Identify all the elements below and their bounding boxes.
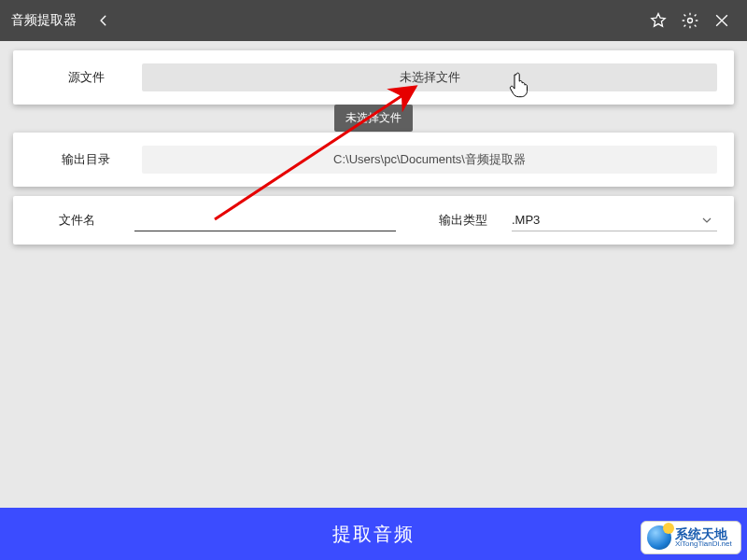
source-file-text: 未选择文件 <box>400 69 460 86</box>
back-button[interactable] <box>93 10 114 31</box>
extract-button-label: 提取音频 <box>332 522 415 547</box>
source-file-panel: 源文件 未选择文件 未选择文件 <box>13 50 734 105</box>
app-title: 音频提取器 <box>11 12 77 29</box>
filename-label: 文件名 <box>30 212 123 229</box>
filename-input[interactable] <box>134 209 396 231</box>
source-file-picker[interactable]: 未选择文件 <box>142 63 717 91</box>
output-dir-picker[interactable]: C:\Users\pc\Documents\音频提取器 <box>142 146 717 174</box>
settings-button[interactable] <box>676 7 704 35</box>
watermark-en: XiTongTianDi.net <box>675 540 732 548</box>
watermark-cn: 系统天地 <box>675 527 732 540</box>
output-type-select[interactable]: .MP3 <box>512 209 717 231</box>
close-button[interactable] <box>708 7 736 35</box>
extract-button[interactable]: 提取音频 <box>0 508 747 560</box>
source-file-label: 源文件 <box>30 69 142 86</box>
output-type-label: 输出类型 <box>426 212 500 229</box>
output-dir-panel: 输出目录 C:\Users\pc\Documents\音频提取器 <box>13 133 734 187</box>
output-dir-label: 输出目录 <box>30 151 142 168</box>
output-dir-text: C:\Users\pc\Documents\音频提取器 <box>333 151 526 168</box>
output-type-value: .MP3 <box>512 213 540 227</box>
watermark-badge: 系统天地 XiTongTianDi.net <box>641 521 741 554</box>
favorite-button[interactable] <box>644 7 672 35</box>
globe-icon <box>647 525 671 550</box>
source-file-tooltip: 未选择文件 <box>334 105 413 132</box>
options-panel: 文件名 输出类型 .MP3 <box>13 196 734 245</box>
svg-point-0 <box>688 19 693 23</box>
titlebar: 音频提取器 <box>0 0 747 41</box>
chevron-down-icon <box>702 216 712 225</box>
